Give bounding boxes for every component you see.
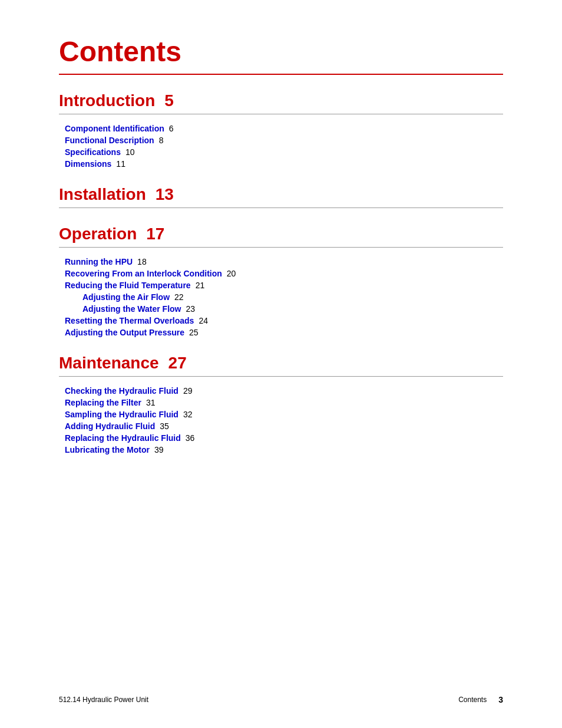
list-item: Checking the Hydraulic Fluid 29 [65,386,503,396]
toc-page: 35 [160,421,169,431]
toc-page: 24 [199,316,208,325]
list-item: Functional Description 8 [65,136,503,145]
toc-entries-operation: Running the HPU 18 Recovering From an In… [59,257,503,337]
list-item: Running the HPU 18 [65,257,503,266]
list-item: Adjusting the Output Pressure 25 [65,328,503,337]
toc-link[interactable]: Sampling the Hydraulic Fluid [65,410,178,419]
section-title-operation: Operation [59,225,137,243]
list-item: Recovering From an Interlock Condition 2… [65,269,503,278]
toc-link[interactable]: Adding Hydraulic Fluid [65,421,155,431]
toc-link[interactable]: Reducing the Fluid Temperature [65,281,191,290]
section-header-installation: Installation 13 [59,185,503,204]
toc-link[interactable]: Adjusting the Air Flow [82,292,170,302]
list-item: Lubricating the Motor 39 [65,445,503,454]
toc-link[interactable]: Lubricating the Motor [65,445,150,454]
toc-page: 8 [159,136,164,145]
toc-page: 18 [137,257,147,266]
section-rule-maintenance [59,376,503,377]
section-introduction: Introduction 5 Component Identification … [59,91,503,169]
list-item: Adding Hydraulic Fluid 35 [65,421,503,431]
section-title-maintenance: Maintenance [59,354,159,373]
list-item: Sampling the Hydraulic Fluid 32 [65,410,503,419]
toc-page: 20 [227,269,236,278]
toc-link[interactable]: Resetting the Thermal Overloads [65,316,194,325]
toc-link[interactable]: Running the HPU [65,257,133,266]
section-rule-introduction [59,114,503,114]
section-header-maintenance: Maintenance 27 [59,354,503,373]
list-item: Adjusting the Air Flow 22 [65,292,503,302]
toc-link[interactable]: Component Identification [65,124,164,133]
section-installation: Installation 13 [59,185,503,208]
section-header-introduction: Introduction 5 [59,91,503,110]
toc-link[interactable]: Adjusting the Output Pressure [65,328,184,337]
toc-link[interactable]: Recovering From an Interlock Condition [65,269,222,278]
toc-entries-introduction: Component Identification 6 Functional De… [59,124,503,169]
toc-link[interactable]: Adjusting the Water Flow [82,304,181,314]
footer: 512.14 Hydraulic Power Unit Contents 3 [59,695,503,704]
section-title-installation: Installation [59,185,146,204]
toc-page: 25 [189,328,199,337]
toc-link[interactable]: Replacing the Filter [65,398,141,407]
toc-link[interactable]: Functional Description [65,136,154,145]
toc-link[interactable]: Checking the Hydraulic Fluid [65,386,178,396]
toc-page: 22 [174,292,184,302]
list-item: Component Identification 6 [65,124,503,133]
page: Contents Introduction 5 Component Identi… [0,0,562,728]
toc-page: 6 [169,124,174,133]
list-item: Adjusting the Water Flow 23 [65,304,503,314]
section-rule-operation [59,247,503,248]
toc-link[interactable]: Specifications [65,147,121,157]
list-item: Dimensions 11 [65,159,503,169]
list-item: Reducing the Fluid Temperature 21 [65,281,503,290]
toc-entries-maintenance: Checking the Hydraulic Fluid 29 Replacin… [59,386,503,454]
toc-page: 39 [154,445,164,454]
footer-section-name: Contents [458,696,487,704]
toc-page: 21 [196,281,205,290]
section-rule-installation [59,207,503,208]
section-maintenance: Maintenance 27 Checking the Hydraulic Fl… [59,354,503,454]
list-item: Specifications 10 [65,147,503,157]
section-number-introduction: 5 [164,91,174,110]
section-header-operation: Operation 17 [59,225,503,243]
title-divider [59,74,503,75]
list-item: Replacing the Filter 31 [65,398,503,407]
toc-link[interactable]: Dimensions [65,159,111,169]
toc-page: 32 [183,410,193,419]
footer-right: Contents 3 [458,695,503,704]
toc-page: 31 [146,398,156,407]
section-number-maintenance: 27 [168,354,187,373]
footer-document-title: 512.14 Hydraulic Power Unit [59,696,148,704]
section-operation: Operation 17 Running the HPU 18 Recoveri… [59,225,503,337]
toc-page: 11 [116,159,125,169]
page-title: Contents [59,35,503,68]
toc-page: 23 [186,304,195,314]
section-number-installation: 13 [156,185,174,204]
toc-page: 29 [183,386,193,396]
toc-link[interactable]: Replacing the Hydraulic Fluid [65,433,181,443]
section-number-operation: 17 [146,225,164,243]
list-item: Replacing the Hydraulic Fluid 36 [65,433,503,443]
section-title-introduction: Introduction [59,91,155,110]
toc-page: 10 [125,147,135,157]
toc-page: 36 [186,433,195,443]
footer-page-number: 3 [498,695,503,704]
list-item: Resetting the Thermal Overloads 24 [65,316,503,325]
